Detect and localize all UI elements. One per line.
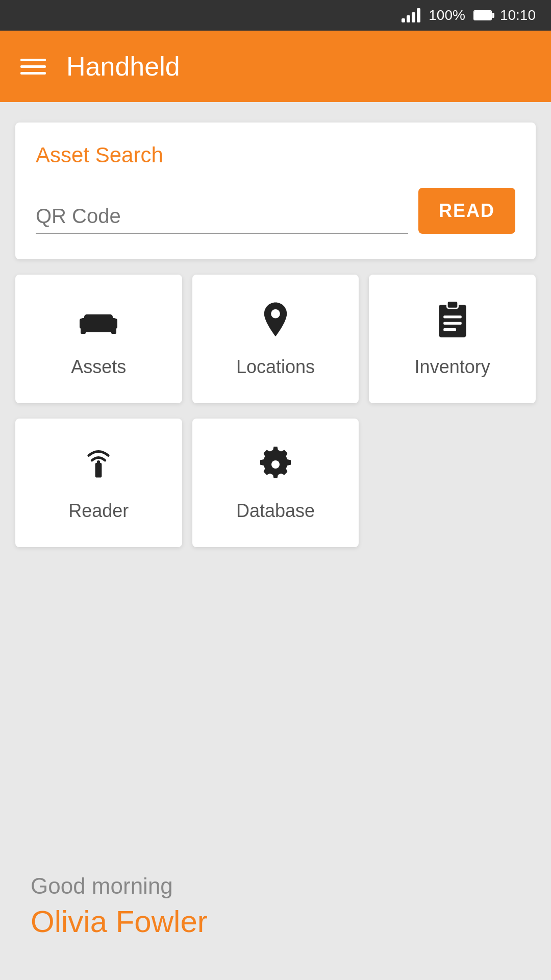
menu-line-3 [20,72,46,75]
search-card-title: Asset Search [36,143,515,167]
svg-point-6 [271,309,280,318]
gear-icon [255,444,296,485]
footer: Good morning Olivia Fowler [31,873,208,939]
status-bar: 100% 10:10 [0,0,551,31]
clock: 10:10 [500,7,536,23]
svg-rect-10 [443,322,462,325]
menu-line-2 [20,65,46,68]
database-tile[interactable]: Database [192,419,359,547]
reader-label: Reader [68,500,129,522]
inventory-tile[interactable]: Inventory [369,275,536,403]
assets-label: Assets [71,356,126,378]
search-row: READ [36,188,515,234]
svg-rect-4 [80,318,86,329]
bottom-grid: Reader Database [15,419,536,547]
search-card: Asset Search READ [15,122,536,259]
database-label: Database [236,500,315,522]
search-input-wrapper [36,205,408,234]
location-pin-icon [255,300,296,341]
app-title: Handheld [66,51,180,82]
battery-percent: 100% [429,7,465,23]
battery-icon [473,10,492,20]
svg-rect-1 [84,314,113,324]
user-name: Olivia Fowler [31,904,208,939]
svg-rect-12 [95,463,102,478]
clipboard-icon [432,300,473,341]
assets-tile[interactable]: Assets [15,275,182,403]
svg-rect-5 [111,318,117,329]
locations-label: Locations [236,356,315,378]
sofa-icon [78,300,119,341]
read-button[interactable]: READ [418,188,515,234]
reader-icon [78,444,119,485]
svg-rect-8 [447,301,458,308]
svg-rect-9 [443,315,462,318]
svg-rect-2 [81,329,86,334]
top-grid: Assets Locations Inventory [15,275,536,403]
menu-line-1 [20,59,46,61]
svg-rect-7 [439,305,466,337]
app-bar: Handheld [0,31,551,102]
greeting-text: Good morning [31,873,208,899]
qr-code-input[interactable] [36,205,408,228]
hamburger-menu-icon[interactable] [20,59,46,75]
locations-tile[interactable]: Locations [192,275,359,403]
svg-rect-11 [443,328,456,331]
main-content: Asset Search READ Assets [0,102,551,568]
svg-rect-3 [111,329,116,334]
signal-icon [402,8,420,22]
svg-point-13 [97,460,100,463]
inventory-label: Inventory [415,356,490,378]
empty-tile [369,419,536,547]
reader-tile[interactable]: Reader [15,419,182,547]
svg-point-14 [271,460,280,469]
